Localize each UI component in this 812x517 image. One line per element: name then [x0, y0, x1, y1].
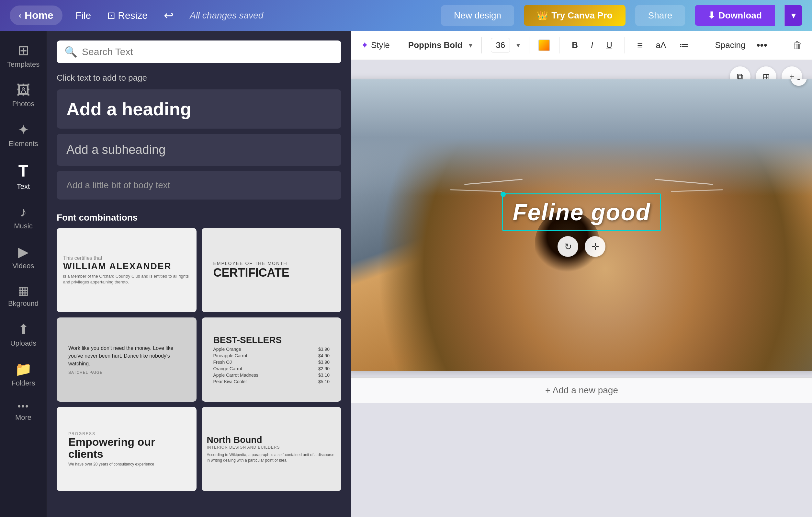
underline-button[interactable]: U [603, 38, 615, 52]
bold-button[interactable]: B [569, 38, 581, 52]
resize-menu[interactable]: ⊡ Resize [104, 6, 151, 24]
search-icon: 🔍 [64, 46, 77, 58]
sidebar-uploads-label: Uploads [10, 339, 36, 348]
templates-icon: ⊞ [18, 43, 29, 58]
undo-button[interactable]: ↩ [161, 5, 177, 26]
subheading-text: Add a subheading [66, 143, 166, 157]
home-button[interactable]: ‹ Home [10, 5, 62, 25]
canvas-inner: Feline good ↻ ✛ ↺ + Add a new page [351, 79, 812, 416]
text-panel: 🔍 Click text to add to page Add a headin… [47, 31, 351, 517]
font-combo-progress[interactable]: PROGRESS Empowering our clients We have … [57, 407, 197, 491]
canvas-text-overlay[interactable]: Feline good ↻ ✛ [502, 193, 662, 257]
font-name[interactable]: Poppins Bold [408, 40, 463, 50]
main-area: ⊞ Templates 🖼 Photos ✦ Elements T Text ♪… [0, 31, 812, 517]
toolbar-divider-3 [529, 37, 529, 53]
sidebar-item-photos[interactable]: 🖼 Photos [0, 77, 47, 113]
file-menu[interactable]: File [72, 7, 94, 24]
canvas-page[interactable]: Feline good ↻ ✛ ↺ [351, 79, 812, 371]
toolbar: ✦ Style Poppins Bold ▾ 36 ▾ B I U ≡ aA ≔… [351, 31, 812, 60]
font-size[interactable]: 36 [491, 38, 510, 53]
sidebar-item-background[interactable]: ▦ Bkground [0, 279, 47, 313]
folders-icon: 📁 [15, 361, 32, 377]
menu-title: BEST-SELLERS [213, 335, 330, 345]
prog-title: Empowering our clients [68, 436, 185, 460]
feline-text-container[interactable]: Feline good [502, 193, 662, 231]
chevron-left-icon: ‹ [19, 11, 21, 20]
menu-item: Orange Carrot$2.90 [213, 366, 330, 371]
sidebar-item-templates[interactable]: ⊞ Templates [0, 37, 47, 74]
home-label: Home [25, 9, 53, 21]
sidebar-more-label: More [15, 413, 31, 422]
new-design-button[interactable]: New design [441, 5, 514, 26]
menu-item: Apple Orange$3.90 [213, 347, 330, 352]
font-combo-quote[interactable]: Work like you don't need the money. Love… [57, 318, 197, 402]
sidebar-background-label: Bkground [8, 299, 38, 308]
sidebar-item-more[interactable]: ••• More [0, 396, 47, 427]
sidebar-item-elements[interactable]: ✦ Elements [0, 117, 47, 153]
align-button[interactable]: ≡ [634, 38, 646, 53]
font-combo-northbound[interactable]: North Bound INTERIOR DESIGN AND BUILDERS… [202, 407, 342, 491]
menu-item: Pineapple Carrot$4.90 [213, 353, 330, 358]
elements-icon: ✦ [18, 122, 29, 138]
more-options-button[interactable]: ••• [756, 39, 767, 51]
font-combo-menu[interactable]: BEST-SELLERS Apple Orange$3.90 Pineapple… [202, 318, 342, 402]
italic-button[interactable]: I [588, 38, 597, 52]
sidebar-videos-label: Videos [12, 262, 34, 270]
sidebar-text-label: Text [17, 182, 30, 191]
rotate-text-button[interactable]: ↻ [557, 236, 578, 257]
case-button[interactable]: aA [653, 38, 670, 52]
sidebar-item-videos[interactable]: ▶ Videos [0, 239, 47, 275]
toolbar-divider-1 [399, 37, 399, 53]
sidebar-folders-label: Folders [11, 379, 35, 387]
feline-text[interactable]: Feline good [513, 199, 651, 225]
sidebar-item-text[interactable]: T Text [0, 157, 47, 196]
canvas-wrapper: ⧉ ⊞ + [351, 60, 812, 517]
list-button[interactable]: ≔ [676, 37, 692, 53]
share-button[interactable]: Share [635, 5, 686, 26]
download-button[interactable]: ⬇ Download [695, 5, 775, 26]
search-input[interactable] [82, 46, 334, 57]
delete-button[interactable]: 🗑 [792, 40, 802, 51]
move-text-button[interactable]: ✛ [585, 236, 605, 257]
try-pro-button[interactable]: 👑 Try Canva Pro [524, 5, 625, 26]
toolbar-divider-5 [625, 37, 625, 53]
add-body-option[interactable]: Add a little bit of body text [57, 171, 341, 199]
download-icon: ⬇ [708, 10, 715, 21]
add-subheading-option[interactable]: Add a subheading [57, 134, 341, 166]
style-button[interactable]: ✦ Style [361, 40, 390, 51]
size-dropdown-icon[interactable]: ▾ [516, 41, 520, 50]
font-combo-certificate[interactable]: This certifies that WILLIAM ALEXANDER is… [57, 228, 197, 312]
quote-text: Work like you don't need the money. Love… [68, 344, 185, 368]
resize-icon: ⊡ [107, 10, 115, 21]
more-icon: ••• [18, 401, 29, 411]
toolbar-divider-4 [559, 37, 559, 53]
sidebar-photos-label: Photos [12, 100, 35, 108]
background-icon: ▦ [18, 284, 29, 297]
text-color-button[interactable] [539, 39, 550, 51]
body-text: Add a little bit of body text [66, 180, 170, 190]
font-combos-title: Font combinations [57, 213, 341, 223]
top-nav: ‹ Home File ⊡ Resize ↩ All changes saved… [0, 0, 812, 31]
sidebar-item-folders[interactable]: 📁 Folders [0, 356, 47, 392]
menu-item: Apple Carrot Madness$3.10 [213, 373, 330, 378]
sidebar-item-uploads[interactable]: ⬆ Uploads [0, 316, 47, 353]
cert-top: This certifies that [63, 255, 190, 261]
add-heading-option[interactable]: Add a heading [57, 89, 341, 129]
style-label: Style [371, 40, 390, 50]
cert-name: WILLIAM ALEXANDER [63, 261, 190, 271]
crown-icon: 👑 [537, 10, 548, 21]
toolbar-divider-6 [701, 37, 701, 53]
text-icon: T [19, 162, 28, 181]
download-dropdown-button[interactable]: ▾ [784, 5, 802, 26]
menu-item: Pear Kiwi Cooler$5.10 [213, 379, 330, 384]
add-new-page-button[interactable]: + Add a new page [351, 377, 812, 403]
spacing-button[interactable]: Spacing [710, 38, 750, 52]
icon-sidebar: ⊞ Templates 🖼 Photos ✦ Elements T Text ♪… [0, 31, 47, 517]
nb-title: North Bound [207, 435, 337, 445]
font-dropdown-icon[interactable]: ▾ [469, 41, 472, 50]
sidebar-item-music[interactable]: ♪ Music [0, 199, 47, 236]
search-box[interactable]: 🔍 [57, 40, 341, 63]
heading-text: Add a heading [66, 99, 191, 119]
font-combo-employee[interactable]: EMPLOYEE OF THE MONTH CERTIFICATE [202, 228, 342, 312]
cert-body: is a Member of the Orchard Country Club … [63, 273, 190, 285]
